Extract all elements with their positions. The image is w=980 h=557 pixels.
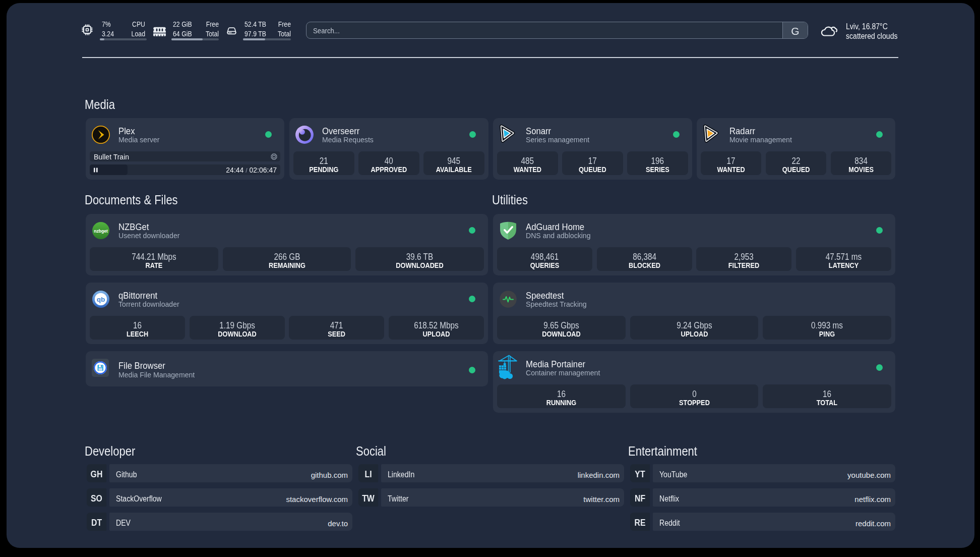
svg-text:nzbget: nzbget [94,229,108,234]
svg-text:qb: qb [97,296,105,303]
